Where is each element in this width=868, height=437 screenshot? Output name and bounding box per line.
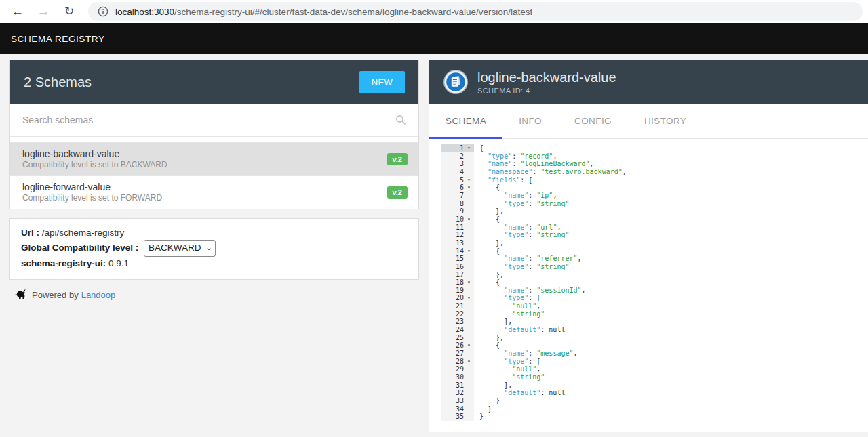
tab-config[interactable]: CONFIG <box>558 104 628 138</box>
browser-back-icon[interactable]: ← <box>8 1 27 22</box>
code-line-text: "default": null <box>474 326 565 334</box>
code-line: 18▾ { <box>441 278 868 287</box>
line-number: 20 <box>441 294 464 302</box>
code-line-text: "namespace": "test.avro.backward", <box>474 168 627 176</box>
code-line-text: ], <box>474 318 512 326</box>
site-info-icon[interactable] <box>98 6 108 17</box>
gutter-line-number: 7 <box>441 192 474 200</box>
fold-toggle-icon[interactable]: ▾ <box>464 294 474 302</box>
browser-reload-icon[interactable]: ↻ <box>60 1 79 22</box>
code-line-text: "null", <box>474 302 540 310</box>
schema-item-compatibility: Compatibility level is set to BACKWARD <box>22 160 387 170</box>
line-number: 15 <box>441 255 464 263</box>
line-number: 32 <box>441 389 464 397</box>
gutter-line-number: 11 <box>441 224 474 232</box>
code-line-text: }, <box>474 239 504 247</box>
code-line: 13 }, <box>441 239 868 247</box>
ui-version-label: schema-registry-ui: <box>21 258 106 268</box>
code-line: 12 "type": "string" <box>441 231 868 239</box>
line-number: 7 <box>441 192 464 200</box>
address-bar[interactable]: localhost:3030/schema-registry-ui/#/clus… <box>88 2 863 21</box>
gutter-line-number: 6▾ <box>441 184 474 192</box>
code-line-text: ], <box>474 381 512 390</box>
fold-toggle-icon[interactable]: ▾ <box>464 176 474 184</box>
code-line: 10▾ { <box>441 215 868 224</box>
schema-list-item[interactable]: logline-forward-valueCompatibility level… <box>10 175 418 209</box>
gutter-line-number: 21 <box>441 302 474 310</box>
schema-document-icon <box>443 69 469 95</box>
line-number: 13 <box>441 239 464 247</box>
schema-id: SCHEMA ID: 4 <box>477 87 616 95</box>
code-line-text: }, <box>474 271 504 279</box>
code-line: 19 "name": "sessionId", <box>441 287 868 295</box>
gutter-line-number: 10▾ <box>441 215 474 224</box>
code-line: 26▾ { <box>441 341 868 350</box>
code-line: 25 }, <box>441 334 868 342</box>
gutter-line-number: 8 <box>441 200 474 208</box>
line-number: 8 <box>441 200 464 208</box>
schema-item-text: logline-forward-valueCompatibility level… <box>22 182 387 203</box>
code-line-text: { <box>474 341 500 350</box>
new-schema-button[interactable]: NEW <box>359 71 405 93</box>
line-number: 14 <box>441 247 464 255</box>
line-number: 11 <box>441 224 464 232</box>
code-line-text: ] <box>474 405 492 413</box>
schema-item-name: logline-backward-value <box>22 148 387 160</box>
fold-toggle-icon[interactable]: ▾ <box>464 215 474 224</box>
tab-schema[interactable]: SCHEMA <box>429 104 502 138</box>
code-line-text: "name": "referrer", <box>474 255 582 263</box>
gutter-line-number: 9 <box>441 207 474 215</box>
code-line: 11 "name": "url", <box>441 224 868 232</box>
gutter-line-number: 23 <box>441 318 474 326</box>
code-line: 14▾ { <box>441 247 868 255</box>
registry-info-card: Url : /api/schema-registry Global Compat… <box>9 218 419 280</box>
code-line: 32 "default": null <box>441 389 868 397</box>
ui-version-row: schema-registry-ui: 0.9.1 <box>21 257 408 270</box>
fold-toggle-icon[interactable]: ▾ <box>464 358 474 366</box>
code-line-text: "type": "string" <box>474 200 569 208</box>
landoop-link[interactable]: Landoop <box>81 290 116 300</box>
fold-toggle-icon[interactable]: ▾ <box>464 341 474 350</box>
search-input[interactable] <box>22 115 395 125</box>
code-line-text: "type": "record", <box>474 152 557 161</box>
gutter-line-number: 5▾ <box>441 176 474 184</box>
code-line: 35} <box>441 413 868 421</box>
line-number: 26 <box>441 341 464 350</box>
gutter-line-number: 30 <box>441 373 474 381</box>
select-caret-icon: ⌄ <box>205 241 213 255</box>
code-line: 31 ], <box>441 381 868 390</box>
gutter-line-number: 2 <box>441 152 474 161</box>
code-line-text: "type": [ <box>474 358 540 366</box>
browser-forward-icon[interactable]: → <box>34 1 53 22</box>
fold-toggle-icon[interactable]: ▾ <box>464 184 474 192</box>
tab-history[interactable]: HISTORY <box>628 104 703 138</box>
gutter-line-number: 33 <box>441 397 474 405</box>
gutter-line-number: 18▾ <box>441 278 474 287</box>
line-number: 18 <box>441 278 464 287</box>
gutter-line-number: 34 <box>441 405 474 413</box>
gutter-line-number: 24 <box>441 326 474 334</box>
code-line: 22 "string" <box>441 310 868 318</box>
line-number: 3 <box>441 160 464 168</box>
line-number: 35 <box>441 413 464 421</box>
schemas-card-header: 2 Schemas NEW <box>10 60 418 104</box>
schema-code-editor[interactable]: 1▾{2 "type": "record",3 "name": "logLine… <box>429 139 868 432</box>
line-number: 28 <box>441 358 464 366</box>
code-line: 7 "name": "ip", <box>441 192 868 200</box>
code-line-text: "type": "string" <box>474 263 569 271</box>
page-content: 2 Schemas NEW logline-backward-valueComp… <box>0 54 868 432</box>
tab-info[interactable]: INFO <box>502 104 558 138</box>
fold-toggle-icon[interactable]: ▾ <box>464 144 474 152</box>
schema-list-item[interactable]: logline-backward-valueCompatibility leve… <box>10 142 418 175</box>
code-line: 23 ], <box>441 318 868 326</box>
fold-toggle-icon[interactable]: ▾ <box>464 247 474 255</box>
line-number: 31 <box>441 381 464 390</box>
line-number: 6 <box>441 184 464 192</box>
global-compatibility-select[interactable]: BACKWARD ⌄ <box>144 240 216 257</box>
fold-toggle-icon[interactable]: ▾ <box>464 278 474 287</box>
code-line-text: { <box>474 247 500 255</box>
gutter-line-number: 4 <box>441 168 474 176</box>
gutter-line-number: 20▾ <box>441 294 474 302</box>
schema-detail-header: logline-backward-value SCHEMA ID: 4 <box>429 60 868 104</box>
line-number: 1 <box>441 144 464 152</box>
